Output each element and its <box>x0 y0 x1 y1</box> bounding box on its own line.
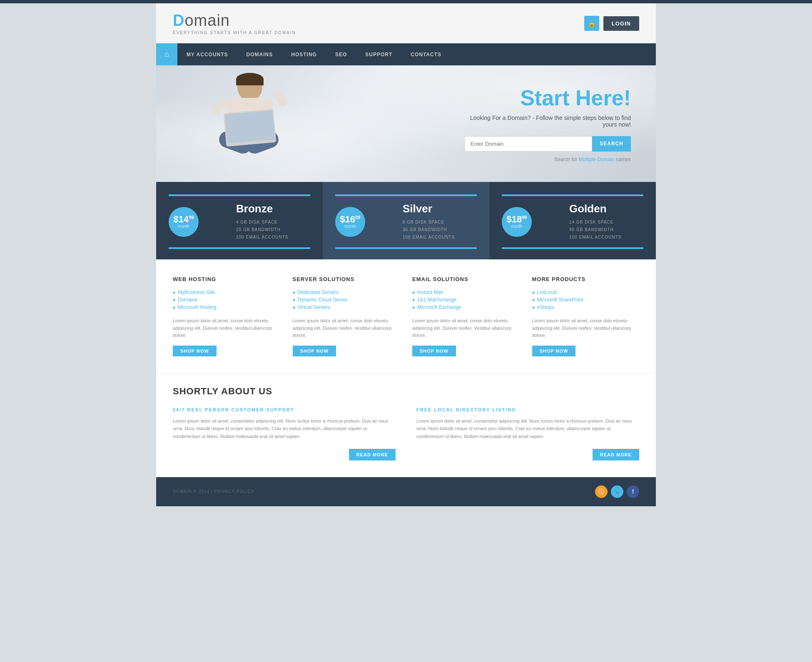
hero-content: Start Here! Looking For a Domain? - Foll… <box>464 85 631 162</box>
feature-item: 1&1 MailXchange <box>412 296 520 304</box>
about-text-1: Lorem ipsum dolor sit amet, consectetur … <box>173 417 396 441</box>
feature-list-server: Dedicated Servers Dynamic Cloud Server V… <box>293 289 400 311</box>
feature-heading-web-hosting: WEB HOSTING <box>173 276 280 282</box>
feature-desc-server: Lorem ipsum dolor sit amet, conse dolo e… <box>293 317 400 339</box>
login-button[interactable]: LOGIN <box>603 16 639 31</box>
bronze-period: month <box>178 224 189 229</box>
bronze-price: $1499 <box>174 215 194 224</box>
hero-subtitle: Looking For a Domain? - Follow the simpl… <box>464 114 631 128</box>
rss-icon[interactable]: ⓘ <box>595 485 608 498</box>
shop-now-web-hosting[interactable]: SHOP NOW <box>173 346 217 356</box>
about-grid: 24/7 REAL PERSON CUSTOMER SUPPORT Lorem … <box>173 407 639 460</box>
logo: Domain EVERYTHING STARTS WITH A GREAT DO… <box>173 12 296 35</box>
nav-home-button[interactable]: ⌂ <box>156 43 177 65</box>
golden-info: Golden 14 GB DISK SPACE 40 GB BANDWIDTH … <box>569 202 621 241</box>
feature-item: Microsoft SharePoint <box>532 296 640 304</box>
nav-item-seo[interactable]: SEO <box>326 45 356 64</box>
silver-info: Silver 8 GB DISK SPACE 30 GB BANDWIDTH 1… <box>403 202 455 241</box>
feature-item: Domains <box>173 296 280 304</box>
bronze-feature-3: 100 EMAIL ACCOUNTS <box>236 234 288 241</box>
domain-search-button[interactable]: SEARCH <box>592 136 631 152</box>
hero-search-form: SEARCH <box>464 136 631 152</box>
pricing-card-bronze: $1499 month Bronze 4 GB DISK SPACE 20 GB… <box>156 182 323 259</box>
logo-subtitle: EVERYTHING STARTS WITH A GREAT DOMAIN <box>173 30 296 35</box>
bronze-feature-2: 20 GB BANDWIDTH <box>236 226 288 234</box>
logo-d-letter: D <box>173 12 184 29</box>
features-section: WEB HOSTING MyBusiness Site Domains Micr… <box>156 259 656 373</box>
navigation: ⌂ MY ACCOUNTS DOMAINS HOSTING SEO SUPPOR… <box>156 43 656 65</box>
feature-item: MyBusiness Site <box>173 289 280 296</box>
nav-item-contacts[interactable]: CONTACTS <box>401 45 451 64</box>
footer: DOMAIN © 2014 | PRIVACY POLICY ⓘ 🐦 f <box>156 477 656 506</box>
footer-copyright: DOMAIN © 2014 | PRIVACY POLICY <box>173 489 254 494</box>
about-heading: SHORTLY ABOUT US <box>173 386 639 397</box>
silver-period: month <box>344 224 356 229</box>
feature-list-web-hosting: MyBusiness Site Domains Microsoft Hostin… <box>173 289 280 311</box>
silver-feature-2: 30 GB BANDWIDTH <box>403 226 455 234</box>
feature-list-email: Instant Mail 1&1 MailXchange Microsoft E… <box>412 289 520 311</box>
feature-item: eShops <box>532 304 640 311</box>
hero-title: Start Here! <box>464 85 631 110</box>
logo-title: Domain <box>173 12 296 30</box>
feature-list-more: ListLocal Microsoft SharePoint eShops <box>532 289 640 311</box>
feature-heading-email: EMAIL SOLUTIONS <box>412 276 520 282</box>
header: Domain EVERYTHING STARTS WITH A GREAT DO… <box>156 3 656 43</box>
golden-price: $1899 <box>507 215 527 224</box>
pricing-divider-silver-bottom <box>335 247 477 249</box>
logo-rest: omain <box>184 12 230 29</box>
about-subtitle-2: FREE LOCAL DIRECTORY LISTING <box>416 407 639 412</box>
silver-feature-1: 8 GB DISK SPACE <box>403 219 455 226</box>
header-right: 🔒 LOGIN <box>584 16 639 31</box>
about-col-1: 24/7 REAL PERSON CUSTOMER SUPPORT Lorem … <box>173 407 396 460</box>
feature-item: Microsoft Exchange <box>412 304 520 311</box>
feature-item: Virtual Servers <box>293 304 400 311</box>
feature-col-web-hosting: WEB HOSTING MyBusiness Site Domains Micr… <box>173 276 280 356</box>
pricing-section: $1499 month Bronze 4 GB DISK SPACE 20 GB… <box>156 182 656 259</box>
golden-feature-2: 40 GB BANDWIDTH <box>569 226 621 234</box>
shop-now-email[interactable]: SHOP NOW <box>412 346 456 356</box>
silver-price: $1699 <box>340 215 361 224</box>
feature-item: Dynamic Cloud Server <box>293 296 400 304</box>
feature-heading-server: SERVER SOLUTIONS <box>293 276 400 282</box>
nav-item-hosting[interactable]: HOSTING <box>282 45 326 64</box>
facebook-icon[interactable]: f <box>627 485 639 498</box>
hero-domain-suffix: names <box>615 157 631 162</box>
bronze-feature-1: 4 GB DISK SPACE <box>236 219 288 226</box>
bronze-name: Bronze <box>236 202 288 215</box>
nav-item-domains[interactable]: DOMAINS <box>237 45 282 64</box>
pricing-badge-golden: $1899 month <box>502 207 532 237</box>
multiple-domain-link[interactable]: Multiple Domain <box>579 157 615 162</box>
lock-icon: 🔒 <box>584 16 599 31</box>
feature-item: ListLocal <box>532 289 640 296</box>
shop-now-more[interactable]: SHOP NOW <box>532 346 576 356</box>
feature-heading-more: MORE PRODUCTS <box>532 276 640 282</box>
hero-section: Start Here! Looking For a Domain? - Foll… <box>156 65 656 182</box>
read-more-button-1[interactable]: READ MORE <box>349 449 396 460</box>
feature-desc-web-hosting: Lorem ipsum dolor sit amet, conse dolo e… <box>173 317 280 339</box>
about-section: SHORTLY ABOUT US 24/7 REAL PERSON CUSTOM… <box>156 373 656 477</box>
pricing-divider-golden-bottom <box>502 247 643 249</box>
golden-feature-3: 100 EMAIL ACCOUNTS <box>569 234 621 241</box>
pricing-divider-bronze-bottom <box>169 247 310 249</box>
footer-social: ⓘ 🐦 f <box>595 485 639 498</box>
about-col-2: FREE LOCAL DIRECTORY LISTING Lorem ipsum… <box>416 407 639 460</box>
feature-col-more: MORE PRODUCTS ListLocal Microsoft ShareP… <box>532 276 640 356</box>
hero-person-figure <box>206 70 294 182</box>
domain-search-input[interactable] <box>464 136 592 152</box>
read-more-button-2[interactable]: READ MORE <box>593 449 639 460</box>
silver-name: Silver <box>403 202 455 215</box>
shop-now-server[interactable]: SHOP NOW <box>293 346 336 356</box>
pricing-card-silver: $1699 month Silver 8 GB DISK SPACE 30 GB… <box>323 182 489 259</box>
feature-item: Microsoft Hosting <box>173 304 280 311</box>
feature-desc-more: Lorem ipsum dolor sit amet, conse dolo e… <box>532 317 640 339</box>
nav-item-myaccounts[interactable]: MY ACCOUNTS <box>177 45 237 64</box>
nav-item-support[interactable]: SUPPORT <box>356 45 401 64</box>
pricing-badge-bronze: $1499 month <box>169 207 199 237</box>
twitter-icon[interactable]: 🐦 <box>611 485 623 498</box>
about-subtitle-1: 24/7 REAL PERSON CUSTOMER SUPPORT <box>173 407 396 412</box>
silver-feature-3: 100 EMAIL ACCOUNTS <box>403 234 455 241</box>
feature-desc-email: Lorem ipsum dolor sit amet, conse dolo e… <box>412 317 520 339</box>
feature-item: Dedicated Servers <box>293 289 400 296</box>
golden-name: Golden <box>569 202 621 215</box>
hero-domain-link-text: Search for Multiple Domain names <box>464 157 631 162</box>
